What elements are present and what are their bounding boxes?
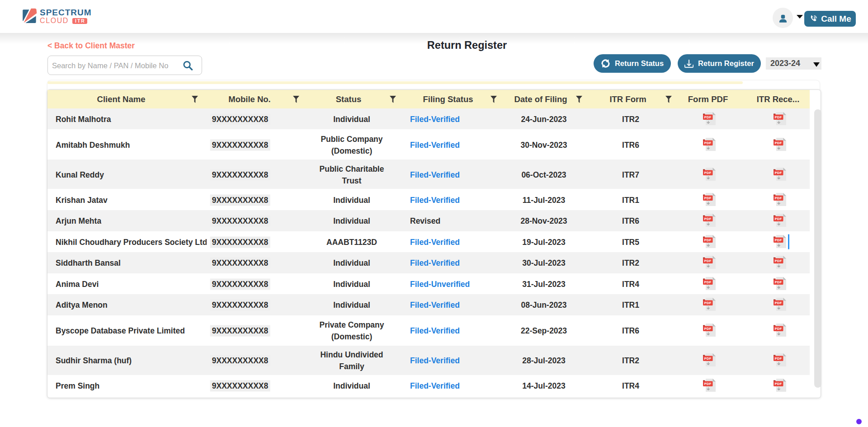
svg-text:PDF: PDF (775, 171, 782, 175)
svg-text:PDF: PDF (775, 301, 782, 305)
svg-text:PDF: PDF (704, 238, 712, 242)
svg-text:PDF: PDF (704, 357, 712, 361)
svg-text:PDF: PDF (704, 327, 712, 331)
svg-text:PDF: PDF (775, 280, 782, 284)
svg-text:PDF: PDF (704, 171, 712, 175)
svg-text:PDF: PDF (775, 141, 782, 145)
svg-text:PDF: PDF (704, 115, 712, 119)
svg-text:PDF: PDF (775, 217, 782, 221)
svg-text:PDF: PDF (704, 217, 712, 221)
svg-text:PDF: PDF (704, 259, 712, 263)
svg-text:PDF: PDF (704, 141, 712, 145)
svg-text:PDF: PDF (775, 196, 782, 200)
svg-text:PDF: PDF (775, 259, 782, 263)
svg-text:PDF: PDF (775, 382, 782, 386)
svg-text:PDF: PDF (704, 301, 712, 305)
svg-text:PDF: PDF (775, 115, 782, 119)
svg-text:PDF: PDF (775, 357, 782, 361)
svg-text:PDF: PDF (775, 327, 782, 331)
svg-text:PDF: PDF (775, 238, 782, 242)
svg-text:PDF: PDF (704, 280, 712, 284)
svg-text:PDF: PDF (704, 382, 712, 386)
svg-text:PDF: PDF (704, 196, 712, 200)
